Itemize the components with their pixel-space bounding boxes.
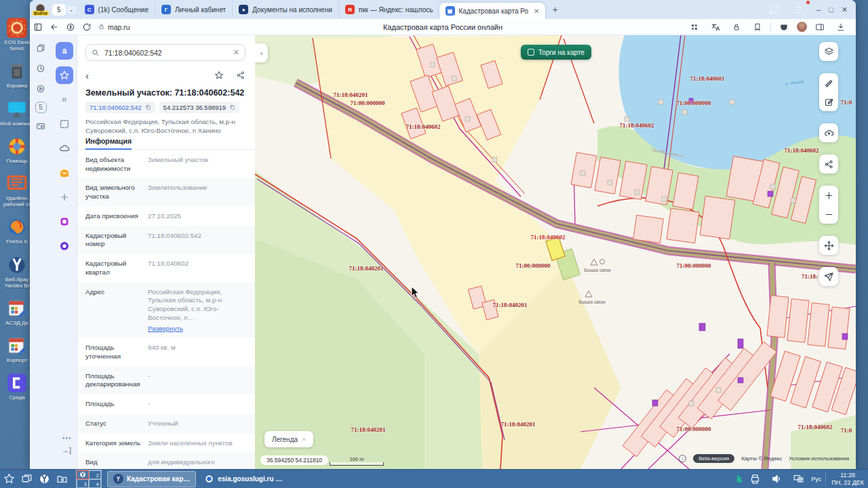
tab-close-icon[interactable]: ✕ <box>534 7 539 15</box>
download-icon[interactable] <box>833 20 849 34</box>
workspace-cell[interactable]: 2 <box>89 470 101 479</box>
new-tab-button[interactable]: + <box>552 4 557 15</box>
sidebar-app-cloud[interactable] <box>56 140 73 157</box>
reload-button[interactable] <box>79 20 95 34</box>
zoom-in-button[interactable] <box>819 186 838 205</box>
tab-count-icon[interactable]: 5 <box>35 102 47 113</box>
torgi-checkbox[interactable] <box>528 49 534 56</box>
desktop-icon-sreda[interactable]: Среда <box>0 373 34 401</box>
panel-collapse-button[interactable]: ‹ <box>255 43 268 62</box>
taskbar-task[interactable]: esia.gosuslugi.ru … <box>199 471 288 487</box>
desktop-icon-eos[interactable]: EOS Desk Servic <box>0 18 34 52</box>
object-id-chip[interactable]: 54.212573 36.598919 <box>159 102 239 113</box>
sidebar-app-dashed-square[interactable] <box>56 115 73 133</box>
screenshot-icon[interactable] <box>33 119 48 134</box>
translate-icon[interactable] <box>707 20 724 34</box>
desktop-icon-firefox[interactable]: Firefox E <box>0 217 34 245</box>
taskbar-folder-eye-icon[interactable] <box>53 472 71 487</box>
desktop-icon-help[interactable]: Помощь <box>0 136 34 164</box>
info-icon[interactable]: i <box>679 455 686 462</box>
workspace-cell[interactable]: 4 <box>89 479 101 488</box>
tab-counter[interactable]: 5 <box>52 4 66 16</box>
kaspersky-icon[interactable]: k <box>736 474 742 485</box>
browser-tab[interactable]: ▣ Кадастровая карта Ро ✕ <box>439 3 546 19</box>
history-icon[interactable] <box>33 61 48 76</box>
tray-volume-icon[interactable] <box>768 472 785 487</box>
sidebar-collapse-icon[interactable]: →] <box>62 446 71 454</box>
browser-profile-button[interactable]: Войти <box>33 4 49 16</box>
cadastral-map[interactable]: 71:18:04020171:00:00000071:18:04060271:1… <box>255 35 856 469</box>
browser-tab[interactable]: Г Личный кабинет <box>155 1 232 19</box>
protect-icon[interactable] <box>728 20 745 34</box>
sidebar-app-bookmarks-star[interactable] <box>56 66 73 84</box>
desktop-icon-calendar[interactable]: АСЭД Де <box>0 298 34 326</box>
browser-tab[interactable]: Я пкк — Яндекс: нашлось <box>338 1 439 19</box>
desktop-icon-remote[interactable]: Удалённ. рабочий ст <box>0 174 34 207</box>
video-icon[interactable] <box>33 81 48 96</box>
workspace-cell[interactable]: 3 <box>77 479 89 488</box>
tray-displays-icon[interactable] <box>789 472 807 487</box>
panels-icon[interactable] <box>812 20 828 34</box>
taskbar-task[interactable]: Кадастровая кар… <box>107 471 196 487</box>
back-button[interactable] <box>46 20 62 34</box>
taskbar-yandex-y-icon[interactable] <box>35 472 53 487</box>
torgi-toggle-button[interactable]: Торги на карте <box>521 45 591 60</box>
tray-printer-icon[interactable] <box>746 472 764 487</box>
tabs-icon[interactable] <box>33 41 48 56</box>
clear-search-icon[interactable]: ✕ <box>233 48 239 57</box>
sidebar-add-icon[interactable] <box>56 188 73 206</box>
dialogs-icon[interactable] <box>765 2 783 17</box>
pocket-icon[interactable] <box>776 20 792 34</box>
address-bar[interactable]: map.ru <box>98 23 130 31</box>
terms-link[interactable]: Условия использования <box>789 455 849 462</box>
browser-tab[interactable]: ● Документы на исполнени <box>232 1 338 19</box>
close-button[interactable]: ✕ <box>842 5 848 14</box>
object-id-chip[interactable]: 71:18:040602:542 <box>85 102 155 113</box>
sidebar-messenger-icon[interactable] <box>56 213 73 230</box>
expand-link[interactable]: Развернуть <box>148 325 247 333</box>
map-canvas[interactable] <box>255 35 856 469</box>
profile-avatar-icon[interactable] <box>797 22 807 32</box>
desktop-icon-monitor[interactable]: Мой компьют <box>0 99 34 127</box>
desktop-icon-yandex[interactable]: Веб-брау Yandex Br <box>0 255 34 289</box>
layers-button[interactable] <box>819 42 838 61</box>
back-chevron-icon[interactable]: ‹ <box>85 70 89 81</box>
ruler-button[interactable] <box>819 73 838 92</box>
workspace-cell[interactable] <box>77 470 89 479</box>
language-indicator[interactable]: Рус <box>811 476 821 483</box>
window-buttons: – □ ✕ <box>765 2 856 17</box>
sidebar-app-alice-a[interactable]: a <box>56 42 73 60</box>
tab-information[interactable]: Информация <box>85 137 132 150</box>
notifications-icon[interactable] <box>791 2 808 17</box>
zoom-out-button[interactable] <box>819 205 838 224</box>
workspace-pager[interactable]: 234 <box>76 470 102 488</box>
sidebar-toggle-icon[interactable] <box>30 20 46 34</box>
sidebar-more-icon[interactable]: ••• <box>62 434 72 442</box>
desktop-icon-calendar[interactable]: Корпорт <box>0 336 34 363</box>
minimize-button[interactable]: – <box>816 5 821 14</box>
share-button[interactable] <box>819 155 838 174</box>
taskbar-windows-icon[interactable] <box>18 472 35 487</box>
desktop-icon-trash[interactable]: Корзина <box>0 61 34 89</box>
yandex-button[interactable] <box>62 20 79 34</box>
upload-button[interactable] <box>819 123 838 142</box>
extensions-icon[interactable] <box>686 20 703 34</box>
time: 11:28 <box>831 472 864 479</box>
taskbar-left-icons <box>0 472 71 487</box>
edit-button[interactable] <box>819 92 838 111</box>
pan-button[interactable] <box>819 236 838 255</box>
search-input[interactable]: 71:18:040602:542 ✕ <box>85 44 245 61</box>
clock[interactable]: 11:28 ПН, 22 ДЕК <box>825 472 864 487</box>
maximize-button[interactable]: □ <box>829 5 833 14</box>
sidebar-mail-icon[interactable] <box>56 164 73 182</box>
locate-button[interactable] <box>819 267 838 286</box>
favorite-star-icon[interactable] <box>214 70 224 80</box>
sidebar-app-collections[interactable]: ⌗ <box>56 91 73 108</box>
tab-list-chevron-icon[interactable]: ⌄ <box>67 6 76 14</box>
browser-tab[interactable]: C (1k) Сообщение <box>79 1 155 19</box>
legend-button[interactable]: Легенда ˄ <box>264 431 313 447</box>
bookmark-icon[interactable] <box>749 20 766 34</box>
taskbar-menu-star-icon[interactable] <box>0 472 18 487</box>
share-icon[interactable] <box>236 70 245 80</box>
sidebar-alice-icon[interactable] <box>56 237 73 255</box>
